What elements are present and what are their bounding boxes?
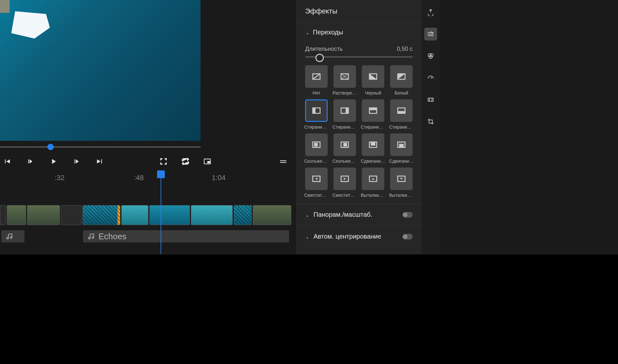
transition-white[interactable]	[390, 65, 413, 88]
transition-label: Сдвигание…	[361, 159, 385, 164]
transition-label: Выталкива…	[389, 193, 414, 198]
letterbox-black	[0, 255, 618, 364]
audio-clip[interactable]: Echoes	[83, 230, 289, 242]
transition-wipe-down[interactable]	[390, 99, 413, 122]
transition-label: Сместить в…	[332, 193, 357, 198]
pan-zoom-section[interactable]: Панорам./масштаб.	[296, 204, 422, 225]
duration-slider[interactable]	[305, 56, 413, 58]
chevron-right-icon	[305, 213, 310, 217]
transition-label: Скольжени…	[304, 159, 329, 164]
transition-label: Выталкива…	[361, 193, 385, 198]
transition-label: Белый	[389, 90, 414, 96]
auto-center-section[interactable]: Автом. центрирование	[296, 225, 422, 247]
time-tick: :32	[55, 174, 65, 182]
fullscreen-button[interactable]	[159, 157, 168, 166]
audio-clip[interactable]	[1, 230, 24, 242]
svg-rect-2	[280, 160, 286, 161]
video-clip[interactable]	[61, 205, 81, 225]
svg-rect-3	[280, 162, 286, 163]
svg-rect-31	[428, 98, 433, 101]
timeline[interactable]: Echoes	[0, 205, 293, 242]
transition-label: Стирание …	[389, 124, 414, 130]
transition-shove-right[interactable]	[333, 168, 356, 190]
video-clip[interactable]	[149, 205, 190, 225]
transition-push-up[interactable]	[362, 133, 384, 156]
transition-label: Стирание …	[332, 124, 357, 130]
crop-icon[interactable]	[424, 115, 437, 128]
duration-value[interactable]: 0,50 с	[397, 46, 413, 52]
aspect-icon[interactable]	[424, 93, 437, 106]
svg-rect-9	[313, 108, 316, 114]
video-clip[interactable]	[82, 205, 120, 225]
transition-shove-up[interactable]	[362, 168, 384, 190]
loop-button[interactable]	[181, 157, 190, 166]
video-clip[interactable]	[253, 205, 291, 225]
transition-label: Скольжени…	[332, 159, 357, 164]
transition-label: Нет	[304, 90, 329, 96]
frame-back-button[interactable]	[26, 157, 35, 166]
duration-label: Длительность	[305, 46, 343, 52]
transition-black[interactable]	[362, 65, 384, 88]
chevron-down-icon	[305, 30, 310, 35]
transition-slide-left[interactable]	[305, 133, 328, 156]
time-ruler[interactable]: :32 :48 1:04	[0, 170, 293, 184]
svg-rect-21	[371, 142, 375, 146]
svg-rect-1	[207, 161, 210, 163]
tool-rail	[422, 0, 440, 254]
video-clip[interactable]	[27, 205, 60, 225]
svg-rect-23	[399, 144, 404, 147]
play-button[interactable]	[49, 157, 58, 166]
auto-center-toggle[interactable]	[402, 234, 413, 240]
transitions-section-header[interactable]: Переходы	[305, 29, 413, 36]
playhead[interactable]	[157, 170, 165, 254]
transition-none[interactable]	[305, 65, 328, 88]
transition-wipe-left[interactable]	[305, 99, 328, 122]
video-clip[interactable]	[191, 205, 233, 225]
effects-icon[interactable]	[424, 28, 437, 41]
svg-rect-13	[370, 108, 377, 110]
transition-wipe-up[interactable]	[362, 99, 384, 122]
svg-rect-17	[314, 143, 318, 146]
scrubber-handle[interactable]	[47, 144, 54, 150]
video-track[interactable]	[0, 205, 293, 225]
time-tick: :48	[134, 174, 144, 182]
time-tick: 1:04	[212, 174, 226, 182]
transition-marker[interactable]	[117, 205, 120, 225]
svg-rect-11	[346, 108, 349, 114]
video-clip[interactable]	[121, 205, 148, 225]
color-icon[interactable]	[424, 50, 437, 62]
preview-scrubber[interactable]	[0, 143, 201, 151]
skip-start-button[interactable]	[3, 157, 12, 166]
transition-dissolve[interactable]	[333, 65, 356, 88]
audio-track[interactable]: Echoes	[0, 230, 293, 242]
speed-icon[interactable]	[424, 71, 437, 84]
skip-end-button[interactable]	[95, 157, 104, 166]
chevron-right-icon	[305, 234, 310, 239]
transitions-grid: НетРастворениеЧерныйБелыйСтирание …Стира…	[305, 65, 413, 198]
transition-label: Стирание в…	[361, 124, 385, 130]
svg-rect-19	[343, 143, 347, 146]
pip-button[interactable]	[203, 157, 212, 166]
transition-push-down[interactable]	[390, 133, 413, 156]
transition-label: Сдвигание…	[389, 159, 414, 164]
panel-title: Эффекты	[296, 0, 422, 23]
audio-clip-name: Echoes	[98, 232, 126, 241]
transition-label: Сместить в…	[304, 193, 329, 198]
export-icon[interactable]	[424, 6, 437, 19]
transition-shove-left[interactable]	[305, 168, 328, 190]
timeline-menu-button[interactable]	[279, 157, 288, 166]
transition-shove-down[interactable]	[390, 168, 413, 190]
transition-label: Стирание …	[304, 124, 329, 130]
pan-zoom-toggle[interactable]	[402, 212, 413, 218]
transition-slide-right[interactable]	[333, 133, 356, 156]
app-window: :32 :48 1:04 Ec	[0, 0, 440, 254]
video-clip[interactable]	[7, 205, 26, 225]
transition-label: Черный	[361, 90, 385, 96]
video-clip[interactable]	[234, 205, 252, 225]
transition-wipe-right[interactable]	[333, 99, 356, 122]
transition-label: Растворение	[332, 90, 357, 96]
video-preview[interactable]	[0, 0, 201, 141]
svg-line-5	[313, 74, 320, 79]
frame-forward-button[interactable]	[72, 157, 81, 166]
video-clip[interactable]	[0, 205, 6, 225]
